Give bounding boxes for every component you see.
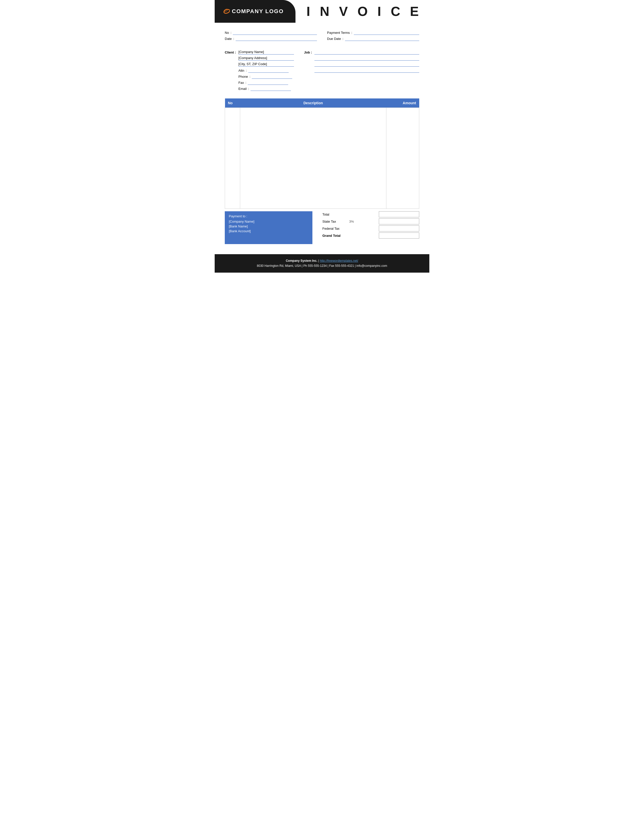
- info-section: No : Payment Terms : Date : Due Date :: [215, 23, 429, 47]
- state-tax-label: State Tax: [322, 220, 348, 224]
- client-fax-colon: :: [245, 81, 246, 85]
- date-field: Date :: [225, 36, 317, 41]
- col-no-header: No: [225, 98, 240, 108]
- client-phone-value: [252, 74, 292, 79]
- row-desc: [240, 108, 386, 209]
- info-row-1: No : Payment Terms :: [225, 30, 419, 35]
- payment-terms-colon: :: [351, 31, 352, 35]
- grand-total-value-box: [379, 233, 419, 238]
- federal-tax-row: Federal Tax: [322, 225, 420, 232]
- client-company-name-line: [Company Name]: [238, 50, 294, 55]
- grand-total-label: Grand Total: [322, 234, 348, 238]
- job-line-3: [314, 62, 419, 67]
- client-fields: [Company Name] [Company Address] [City, …: [238, 50, 294, 91]
- client-email-label: Email: [238, 87, 247, 91]
- client-fax-value: [248, 80, 288, 85]
- date-label: Date: [225, 37, 232, 41]
- logo-text: COMPANY LOGO: [220, 8, 283, 15]
- no-value-line: [233, 30, 317, 35]
- footer-company: Company System Inc.: [286, 259, 317, 262]
- row-no: [225, 108, 240, 209]
- client-phone-label: Phone: [238, 75, 248, 79]
- client-attn-value: [248, 68, 289, 73]
- client-email-row: Email :: [238, 86, 294, 91]
- date-colon: :: [233, 37, 234, 41]
- page-footer: Company System Inc. | http://freewordtem…: [215, 254, 429, 273]
- due-date-field: Due Date :: [327, 36, 419, 41]
- payment-company: [Company Name]: [229, 220, 308, 224]
- client-phone-colon: :: [250, 75, 251, 79]
- grand-total-row: Grand Total: [322, 233, 420, 238]
- client-city-line: [City, ST, ZIP Code]: [238, 62, 294, 67]
- payment-block: Payment to : [Company Name] [Bank Name] …: [225, 211, 312, 244]
- svg-point-1: [224, 9, 228, 12]
- row-amount: [386, 108, 419, 209]
- job-block: Job :: [304, 50, 419, 91]
- state-tax-value-box: [379, 218, 419, 224]
- logo-swoosh-icon: [220, 8, 230, 15]
- client-job-section: Client : [Company Name] [Company Address…: [215, 47, 429, 96]
- col-amount-header: Amount: [386, 98, 419, 108]
- footer-website[interactable]: http://freewordtemplates.net/: [320, 259, 358, 262]
- job-label: Job :: [304, 50, 312, 91]
- table-header-row: No Description Amount: [225, 98, 419, 108]
- invoice-title-block: I N V O I C E: [295, 0, 429, 23]
- footer-line-2: 8030 Harrington Rd, Miami, USA | Ph 555-…: [220, 263, 424, 269]
- state-tax-pct: 3%: [349, 220, 354, 224]
- state-tax-row: State Tax 3%: [322, 218, 420, 224]
- payment-account: [Bank Account]: [229, 229, 308, 233]
- due-date-value-line: [345, 36, 419, 41]
- invoice-title: I N V O I C E: [307, 4, 422, 19]
- footer-line-1: Company System Inc. | http://freewordtem…: [220, 258, 424, 263]
- due-date-colon: :: [343, 37, 343, 41]
- table-header: No Description Amount: [225, 98, 419, 108]
- client-attn-colon: :: [246, 69, 247, 72]
- payment-title: Payment to :: [229, 214, 308, 218]
- job-line-4: [314, 68, 419, 73]
- client-fax-label: Fax: [238, 81, 244, 85]
- page-header: COMPANY LOGO I N V O I C E: [215, 0, 429, 23]
- client-address-row: [Company Address]: [238, 56, 294, 61]
- logo-block: COMPANY LOGO: [215, 0, 295, 23]
- info-row-2: Date : Due Date :: [225, 36, 419, 41]
- no-colon: :: [230, 31, 232, 35]
- client-phone-row: Phone :: [238, 74, 294, 79]
- client-fax-row: Fax :: [238, 80, 294, 85]
- payment-terms-value-line: [354, 30, 419, 35]
- payment-terms-label: Payment Terms: [327, 31, 350, 35]
- payment-terms-field: Payment Terms :: [327, 30, 419, 35]
- due-date-label: Due Date: [327, 37, 341, 41]
- job-line-2: [314, 56, 419, 61]
- client-attn-label: Attn: [238, 69, 244, 72]
- job-line-1: [314, 50, 419, 55]
- federal-tax-label: Federal Tax: [322, 227, 348, 230]
- total-row: Total: [322, 211, 420, 217]
- job-fields: [314, 50, 419, 91]
- total-label: Total: [322, 212, 348, 216]
- client-address-line: [Company Address]: [238, 56, 294, 61]
- federal-tax-value-box: [379, 225, 419, 232]
- totals-block: Total State Tax 3% Federal Tax Grand Tot…: [322, 211, 420, 238]
- client-block: Client : [Company Name] [Company Address…: [225, 50, 294, 91]
- state-tax-label-row: State Tax 3%: [322, 220, 355, 224]
- invoice-table: No Description Amount: [225, 98, 419, 209]
- client-city-row: [City, ST, ZIP Code]: [238, 62, 294, 67]
- client-email-colon: :: [248, 87, 249, 91]
- client-company-name-row: [Company Name]: [238, 50, 294, 55]
- no-field: No :: [225, 30, 317, 35]
- table-row: [225, 108, 419, 209]
- client-label: Client :: [225, 50, 236, 91]
- col-desc-header: Description: [240, 98, 386, 108]
- total-value-box: [379, 211, 419, 217]
- date-value-line: [236, 36, 317, 41]
- footer-section: Payment to : [Company Name] [Bank Name] …: [225, 211, 419, 244]
- client-attn-row: Attn :: [238, 68, 294, 73]
- table-body: [225, 108, 419, 209]
- payment-bank: [Bank Name]: [229, 224, 308, 228]
- no-label: No: [225, 31, 229, 35]
- client-email-value: [251, 86, 291, 91]
